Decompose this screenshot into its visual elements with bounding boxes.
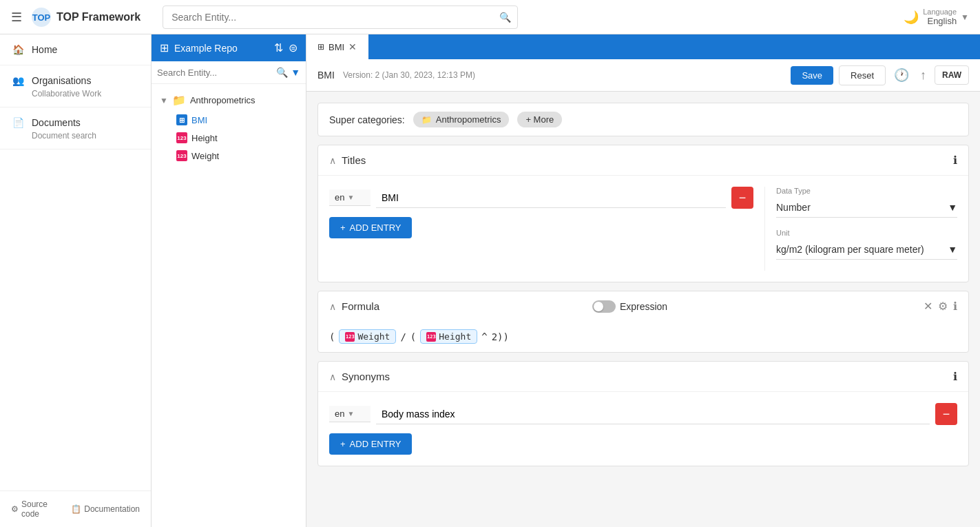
formula-close-icon[interactable]: ✕ <box>924 300 932 313</box>
titles-info-icon[interactable]: ℹ <box>953 154 957 167</box>
unit-label: Unit <box>776 229 957 237</box>
tree-item-height[interactable]: 123 Height <box>152 129 306 147</box>
tab-bmi-close[interactable]: ✕ <box>348 41 357 52</box>
source-code-link[interactable]: ⚙ Source code <box>11 499 60 519</box>
unit-chevron: ▼ <box>948 244 957 255</box>
menu-icon[interactable]: ☰ <box>11 10 22 25</box>
tree-content: ▼ 📁 Anthropometrics ⊞ BMI 123 Height 123… <box>152 84 306 527</box>
folder-name: Anthropometrics <box>190 95 256 105</box>
sidebar: 🏠 Home 👥 Organisations Collaborative Wor… <box>0 34 152 527</box>
toggle-track[interactable] <box>592 300 616 313</box>
tree-folder-anthropometrics[interactable]: ▼ 📁 Anthropometrics <box>152 90 306 111</box>
save-button[interactable]: Save <box>791 66 833 85</box>
reset-button[interactable]: Reset <box>839 65 886 85</box>
category-chip-anthropometrics[interactable]: 📁 Anthropometrics <box>413 112 510 127</box>
documentation-link[interactable]: 📋 Documentation <box>71 499 140 519</box>
docs-icon: 📋 <box>71 504 81 514</box>
data-type-value[interactable]: Number ▼ <box>776 198 957 218</box>
formula-header: ∧ Formula Expression ✕ ⚙ ℹ <box>318 291 968 321</box>
expression-toggle[interactable]: Expression <box>592 300 667 313</box>
search-icon: 🔍 <box>499 12 511 23</box>
tree-search-input[interactable] <box>157 68 273 78</box>
add-more-button[interactable]: + More <box>517 112 562 127</box>
synonyms-collapse-icon[interactable]: ∧ <box>329 371 336 382</box>
home-icon: 🏠 <box>11 43 25 56</box>
tree-item-height-label: Height <box>191 133 218 143</box>
global-search-input[interactable] <box>163 6 518 29</box>
filter-icon[interactable]: ⊜ <box>289 41 298 54</box>
lang-value: en <box>335 192 344 203</box>
tab-bmi-icon: ⊞ <box>317 42 324 52</box>
formula-settings-icon[interactable]: ⚙ <box>938 300 948 313</box>
tree-filter-icon[interactable]: ▼ <box>291 67 300 78</box>
formula-info-icon[interactable]: ℹ <box>953 300 957 313</box>
sidebar-documents-subtitle: Document search <box>11 131 140 141</box>
tree-panel-header: ⊞ Example Repo ⇅ ⊜ <box>152 34 306 61</box>
add-title-label: ADD ENTRY <box>350 223 402 233</box>
synonyms-section-body: en ▼ − + ADD ENTRY <box>318 392 968 466</box>
language-selector[interactable]: 🌙 Language English ▼ <box>904 8 969 26</box>
synonyms-info-icon[interactable]: ℹ <box>953 370 957 383</box>
synonym-input[interactable] <box>376 404 930 424</box>
github-icon: ⚙ <box>11 504 19 514</box>
sort-icon[interactable]: ⇅ <box>274 41 283 54</box>
height-chip-icon: 123 <box>426 332 436 342</box>
formula-chip-weight[interactable]: 123 Weight <box>339 329 396 344</box>
tree-search[interactable]: 🔍 ▼ <box>152 61 306 84</box>
moon-icon: 🌙 <box>904 10 919 25</box>
tree-panel: ⊞ Example Repo ⇅ ⊜ 🔍 ▼ ▼ 📁 Anthropometri… <box>152 34 306 527</box>
section-titles: ∧ Titles ℹ en ▼ <box>317 145 969 282</box>
title-input-bmi[interactable] <box>376 188 726 208</box>
synonym-lang-select[interactable]: en ▼ <box>329 406 371 422</box>
documents-icon: 📄 <box>11 116 25 130</box>
synonyms-section-header: ∧ Synonyms ℹ <box>318 362 968 392</box>
lang-select-en[interactable]: en ▼ <box>329 189 371 206</box>
sidebar-item-home[interactable]: 🏠 Home <box>0 34 151 65</box>
titles-collapse-icon[interactable]: ∧ <box>329 155 336 166</box>
tree-item-weight[interactable]: 123 Weight <box>152 147 306 165</box>
formula-chip-height[interactable]: 123 Height <box>420 329 477 344</box>
data-type-text: Number <box>776 202 811 213</box>
remove-synonym-button[interactable]: − <box>935 403 957 425</box>
add-title-plus-icon: + <box>340 223 346 233</box>
history-icon[interactable]: 🕐 <box>891 65 912 85</box>
expression-label: Expression <box>620 301 667 312</box>
weight-icon: 123 <box>176 150 187 161</box>
add-title-button[interactable]: + ADD ENTRY <box>329 217 412 238</box>
data-type-label: Data Type <box>776 187 957 195</box>
tree-search-icon: 🔍 <box>276 67 288 78</box>
category-chip-label: Anthropometrics <box>436 114 501 125</box>
super-categories-bar: Super categories: 📁 Anthropometrics + Mo… <box>317 103 969 136</box>
raw-button[interactable]: RAW <box>935 65 969 85</box>
weight-chip-icon: 123 <box>345 332 355 342</box>
synonym-lang-chevron: ▼ <box>347 410 354 417</box>
add-synonym-button[interactable]: + ADD ENTRY <box>329 433 412 455</box>
sidebar-home-label: Home <box>32 44 57 55</box>
unit-value[interactable]: kg/m2 (kilogram per square meter) ▼ <box>776 240 957 260</box>
remove-title-button[interactable]: − <box>731 187 753 209</box>
tab-bmi[interactable]: ⊞ BMI ✕ <box>306 34 368 59</box>
global-search[interactable]: 🔍 <box>163 6 518 29</box>
formula-two: 2)) <box>492 331 509 342</box>
editor-content: Super categories: 📁 Anthropometrics + Mo… <box>306 92 980 527</box>
titles-side: Data Type Number ▼ Unit kg/m2 ( <box>764 187 957 271</box>
category-chip-icon: 📁 <box>421 115 432 125</box>
super-categories-label: Super categories: <box>329 114 405 125</box>
formula-collapse-icon[interactable]: ∧ <box>329 301 336 312</box>
formula-open-paren: ( <box>329 331 335 342</box>
main-layout: 🏠 Home 👥 Organisations Collaborative Wor… <box>0 34 980 527</box>
tree-item-bmi-label: BMI <box>191 115 207 125</box>
height-icon: 123 <box>176 132 187 143</box>
tree-panel-actions: ⇅ ⊜ <box>274 41 298 54</box>
sidebar-item-documents[interactable]: 📄 Documents Document search <box>0 107 151 149</box>
language-value: English <box>927 16 957 26</box>
sidebar-item-organisations[interactable]: 👥 Organisations Collaborative Work <box>0 65 151 107</box>
sidebar-organisations-subtitle: Collaborative Work <box>11 89 140 99</box>
panel-layout: ⊞ Example Repo ⇅ ⊜ 🔍 ▼ ▼ 📁 Anthropometri… <box>152 34 980 527</box>
upload-icon[interactable]: ↑ <box>917 65 929 85</box>
tree-item-bmi[interactable]: ⊞ BMI <box>152 111 306 129</box>
organisations-icon: 👥 <box>11 74 25 87</box>
topbar: ☰ TOP TOP Framework 🔍 🌙 Language English… <box>0 0 980 34</box>
unit-field: Unit kg/m2 (kilogram per square meter) ▼ <box>776 229 957 260</box>
folder-icon: 📁 <box>172 94 186 107</box>
